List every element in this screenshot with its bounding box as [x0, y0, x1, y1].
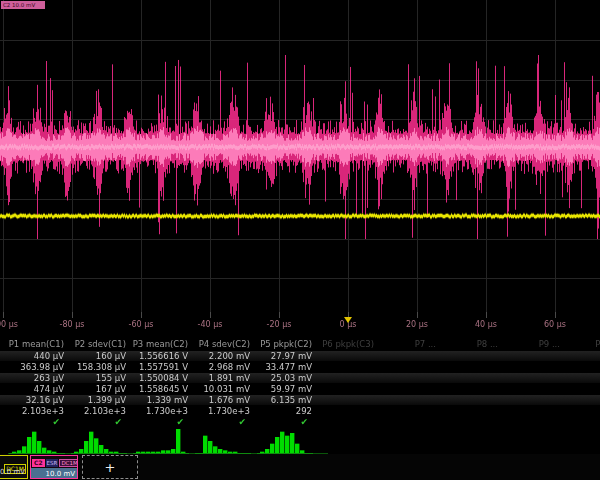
- measure-header-p6[interactable]: P6 pkpk(C3): [316, 339, 374, 350]
- measure-header-p10[interactable]: P10 ...: [564, 339, 600, 350]
- measure-value-p3: 1.557591 V: [130, 362, 188, 372]
- time-tick-label: -40 µs: [198, 320, 223, 329]
- measure-row: 2.103e+32.103e+31.730e+31.730e+3292: [0, 406, 600, 416]
- measure-value-p1: 363.98 µV: [6, 362, 64, 372]
- selected-trace-chip[interactable]: C2 10.0 mV: [1, 1, 45, 9]
- histicon-p4[interactable]: [195, 429, 251, 454]
- histicon-p5[interactable]: [257, 429, 313, 454]
- measure-row: 32.16 µV1.399 µV1.339 mV1.676 mV6.135 mV: [0, 395, 600, 405]
- measure-value-p2: 155 µV: [68, 373, 126, 383]
- c2-vdiv-value: 10.0 mV: [31, 468, 77, 479]
- measure-value-p4: 1.676 mV: [192, 395, 250, 405]
- trigger-position-marker[interactable]: [344, 317, 352, 323]
- measure-value-p3: 1.556616 V: [130, 351, 188, 361]
- waveform-canvas[interactable]: [0, 0, 600, 332]
- measure-value-p1: 2.103e+3: [6, 406, 64, 416]
- status-check-icon: ✔: [68, 417, 122, 429]
- measure-header-p5[interactable]: P5 pkpk(C2): [254, 339, 312, 350]
- status-check-icon: ✔: [192, 417, 246, 429]
- descriptor-bar: DC1M 20.0 mV C2 ESR DC1M 10.0 mV + HD 12…: [0, 454, 600, 480]
- measure-value-p5: 6.135 mV: [254, 395, 312, 405]
- status-check-icon: ✔: [6, 417, 60, 429]
- measure-value-p2: 160 µV: [68, 351, 126, 361]
- measure-value-p3: 1.558645 V: [130, 384, 188, 394]
- measure-value-p2: 158.308 µV: [68, 362, 126, 372]
- c2-label: C2: [32, 459, 45, 467]
- c1-vdiv-value: 20.0 mV: [0, 467, 27, 478]
- time-tick-label: -100 µs: [0, 320, 18, 329]
- measure-value-p1: 440 µV: [6, 351, 64, 361]
- measure-value-p4: 1.891 mV: [192, 373, 250, 383]
- measure-value-p1: 32.16 µV: [6, 395, 64, 405]
- measure-header-p8[interactable]: P8 ...: [440, 339, 498, 350]
- measure-header-p1[interactable]: P1 mean(C1): [6, 339, 64, 350]
- add-trace-slot[interactable]: +: [82, 455, 138, 479]
- measure-value-p5: 33.477 mV: [254, 362, 312, 372]
- status-check-icon: ✔: [130, 417, 184, 429]
- measure-value-p3: 1.550084 V: [130, 373, 188, 383]
- measure-row: 440 µV160 µV1.556616 V2.200 mV27.97 mV: [0, 351, 600, 361]
- oscilloscope-screen: C2 10.0 mV -100 µs-80 µs-60 µs-40 µs-20 …: [0, 0, 600, 480]
- measure-value-p5: 59.97 mV: [254, 384, 312, 394]
- waveform-grid[interactable]: C2 10.0 mV -100 µs-80 µs-60 µs-40 µs-20 …: [0, 0, 600, 332]
- measure-header-p4[interactable]: P4 sdev(C2): [192, 339, 250, 350]
- measure-row: 363.98 µV158.308 µV1.557591 V2.968 mV33.…: [0, 362, 600, 372]
- c2-esr-badge: ESR: [46, 459, 59, 467]
- channel-c1-descriptor[interactable]: DC1M 20.0 mV: [0, 455, 28, 479]
- measure-header-p3[interactable]: P3 mean(C2): [130, 339, 188, 350]
- time-tick-label: -20 µs: [267, 320, 292, 329]
- time-tick-label: 40 µs: [475, 320, 497, 329]
- measure-value-p2: 167 µV: [68, 384, 126, 394]
- measure-value-p3: 1.730e+3: [130, 406, 188, 416]
- channel-c2-descriptor[interactable]: C2 ESR DC1M 10.0 mV: [30, 455, 78, 479]
- histicon-p2[interactable]: [71, 429, 127, 454]
- measure-row: 474 µV167 µV1.558645 V10.031 mV59.97 mV: [0, 384, 600, 394]
- measure-value-p5: 292: [254, 406, 312, 416]
- measure-header-p9[interactable]: P9 ...: [502, 339, 560, 350]
- status-check-icon: ✔: [254, 417, 308, 429]
- time-tick-label: 20 µs: [406, 320, 428, 329]
- measure-value-p5: 27.97 mV: [254, 351, 312, 361]
- measure-header-p2[interactable]: P2 sdev(C1): [68, 339, 126, 350]
- measure-value-p1: 263 µV: [6, 373, 64, 383]
- measure-value-p4: 1.730e+3: [192, 406, 250, 416]
- histicon-p3[interactable]: [133, 429, 189, 454]
- measure-value-p4: 10.031 mV: [192, 384, 250, 394]
- measure-value-p2: 2.103e+3: [68, 406, 126, 416]
- measure-row: 263 µV155 µV1.550084 V1.891 mV25.03 mV: [0, 373, 600, 383]
- measure-value-p1: 474 µV: [6, 384, 64, 394]
- measure-header-p7[interactable]: P7 ...: [378, 339, 436, 350]
- measure-value-p2: 1.399 µV: [68, 395, 126, 405]
- histicon-p1[interactable]: [9, 429, 65, 454]
- measure-value-p4: 2.200 mV: [192, 351, 250, 361]
- time-tick-label: 60 µs: [544, 320, 566, 329]
- measure-value-p3: 1.339 mV: [130, 395, 188, 405]
- time-tick-label: -80 µs: [60, 320, 85, 329]
- time-tick-label: -60 µs: [129, 320, 154, 329]
- measure-value-p4: 2.968 mV: [192, 362, 250, 372]
- plus-icon: +: [105, 460, 116, 475]
- measure-value-p5: 25.03 mV: [254, 373, 312, 383]
- c2-coupling-badge: DC1M: [59, 459, 78, 467]
